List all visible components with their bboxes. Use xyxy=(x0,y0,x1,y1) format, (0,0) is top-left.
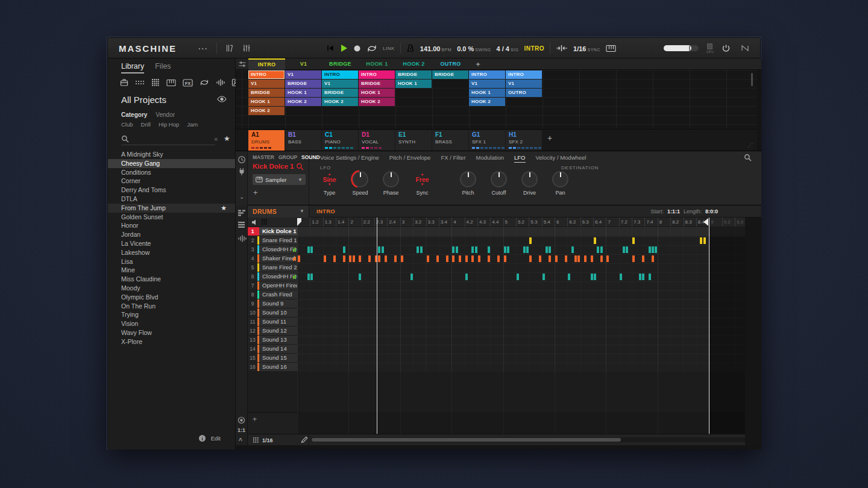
record-icon[interactable] xyxy=(353,45,361,52)
pattern-cell[interactable]: HOOK 1 xyxy=(285,89,321,97)
type-selector[interactable]: ▲Sine▼Type xyxy=(314,171,345,196)
pattern-cell[interactable]: HOOK 1 xyxy=(248,98,285,106)
list-item[interactable]: Lisa xyxy=(108,257,235,266)
note-event[interactable] xyxy=(359,255,361,262)
list-item[interactable]: Lakeshow xyxy=(108,248,235,257)
tab-master[interactable]: MASTER xyxy=(253,154,274,160)
sync-selector[interactable]: ▲Free▼Sync xyxy=(407,171,438,196)
edit-button[interactable]: Edit xyxy=(211,435,221,442)
track-name[interactable]: Shaker Fired xyxy=(259,254,297,263)
restart-icon[interactable] xyxy=(326,44,335,52)
note-event[interactable] xyxy=(504,255,506,262)
note-event[interactable] xyxy=(542,274,545,280)
track-row[interactable]: 5Snare Fired 2 xyxy=(248,263,297,272)
note-event[interactable] xyxy=(594,274,596,280)
add-lane-button[interactable]: + xyxy=(253,415,257,424)
list-view-icon[interactable] xyxy=(237,221,245,228)
group-selector[interactable]: DRUMS ▼ xyxy=(248,205,309,217)
track-name[interactable]: Sound 15 xyxy=(259,354,297,362)
list-item[interactable]: X-Plore xyxy=(108,337,235,346)
note-event[interactable] xyxy=(574,255,577,262)
speed-knob[interactable]: Speed xyxy=(345,171,376,196)
note-event[interactable] xyxy=(353,255,355,262)
list-item[interactable]: Trying xyxy=(108,310,235,319)
note-event[interactable] xyxy=(549,255,551,262)
list-item[interactable]: Wavy Flow xyxy=(108,328,235,337)
list-item[interactable]: Corner xyxy=(108,177,235,186)
pattern-cell[interactable]: HOOK 1 xyxy=(395,80,432,88)
plugin-search-icon[interactable] xyxy=(744,154,752,161)
note-event[interactable] xyxy=(517,274,519,280)
note-event[interactable] xyxy=(577,255,580,262)
favorite-star-icon[interactable]: ★ xyxy=(221,204,227,213)
track-row[interactable]: 7OpenHH Fired xyxy=(248,281,297,290)
add-group-button[interactable]: + xyxy=(547,133,552,143)
plugin-tab-velocity-modwheel[interactable]: Velocity / Modwheel xyxy=(536,154,587,163)
pattern-cell[interactable]: HOOK 1 xyxy=(359,89,395,97)
collapse-chevron-icon[interactable]: ⌄ xyxy=(239,193,244,200)
group-cell-f1[interactable]: F1BRASS xyxy=(432,130,468,151)
pattern-cell[interactable]: INTRO xyxy=(506,70,542,79)
pads-icon[interactable] xyxy=(135,79,145,86)
track-name[interactable]: ClosedHH Fired 1 xyxy=(259,245,297,254)
add-scene-button[interactable]: + xyxy=(469,58,487,70)
step-grid-value[interactable]: 1/16 xyxy=(262,437,273,443)
list-item[interactable]: Conditions xyxy=(108,168,235,177)
menu-dots-icon[interactable]: ··· xyxy=(198,44,208,53)
group-cell-e1[interactable]: E1SYNTH xyxy=(395,130,432,151)
note-event[interactable] xyxy=(504,246,506,253)
track-name[interactable]: Crash Fired xyxy=(259,290,297,299)
scene-manager-icon[interactable] xyxy=(238,60,247,68)
note-event[interactable] xyxy=(606,255,609,262)
note-event[interactable] xyxy=(600,246,603,253)
current-section-label[interactable]: INTRO xyxy=(524,45,544,52)
mute-icon[interactable] xyxy=(251,219,259,226)
filter-tab-vendor[interactable]: Vendor xyxy=(156,111,175,118)
automation-icon[interactable] xyxy=(237,155,246,164)
filter-tab-category[interactable]: Category xyxy=(121,111,147,118)
drive-knob[interactable]: Drive xyxy=(514,171,545,196)
note-event[interactable] xyxy=(655,246,657,253)
group-cell-a1[interactable]: A1DRUMS xyxy=(248,130,285,151)
note-event[interactable] xyxy=(298,255,300,262)
sampling-icon[interactable] xyxy=(237,416,245,424)
note-event[interactable] xyxy=(584,255,587,262)
track-row[interactable]: 1Kick Dolce 1 xyxy=(248,227,297,236)
track-name[interactable]: OpenHH Fired xyxy=(259,281,297,290)
info-icon[interactable]: i xyxy=(198,434,206,442)
pattern-cell[interactable]: OUTRO xyxy=(506,89,542,97)
note-event[interactable] xyxy=(649,246,651,253)
pattern-cell[interactable]: INTRO xyxy=(322,70,358,79)
track-name[interactable]: Sound 11 xyxy=(259,318,297,326)
note-event[interactable] xyxy=(597,246,599,253)
note-event[interactable] xyxy=(452,246,454,253)
track-row[interactable]: 15Sound 15 xyxy=(248,354,297,363)
loop-icon[interactable] xyxy=(200,79,209,86)
master-volume-slider[interactable] xyxy=(664,45,699,51)
audio-engine-power-icon[interactable] xyxy=(722,44,731,53)
list-item[interactable]: Honor xyxy=(108,221,235,230)
horizontal-scrollbar[interactable] xyxy=(310,437,755,442)
note-event[interactable] xyxy=(401,255,403,262)
pattern-end-line[interactable] xyxy=(709,217,709,434)
filter-tag[interactable]: Hip Hop xyxy=(159,121,179,128)
scene-tab-v1[interactable]: V1 xyxy=(285,58,322,70)
fx-icon[interactable]: FX xyxy=(183,79,193,87)
step-grid-icon[interactable] xyxy=(253,437,259,443)
note-event[interactable] xyxy=(591,274,593,280)
note-event[interactable] xyxy=(465,274,468,280)
note-event[interactable] xyxy=(459,255,461,262)
track-name[interactable]: Snare Fired 2 xyxy=(259,263,297,272)
pad-view-icon[interactable] xyxy=(261,219,268,225)
pattern-cell[interactable]: V1 xyxy=(248,80,285,88)
pattern-cell[interactable]: V1 xyxy=(322,80,358,88)
note-event[interactable] xyxy=(626,246,628,253)
pattern-start-marker[interactable] xyxy=(297,218,301,226)
list-item[interactable]: Vision xyxy=(108,319,235,328)
note-event[interactable] xyxy=(310,246,313,253)
note-event[interactable] xyxy=(523,246,526,253)
note-event[interactable] xyxy=(649,274,651,280)
group-cell-b1[interactable]: B1BASS xyxy=(285,130,321,151)
pattern-cell[interactable]: BRIDGE xyxy=(322,89,358,97)
pattern-cell[interactable]: HOOK 2 xyxy=(248,107,285,115)
